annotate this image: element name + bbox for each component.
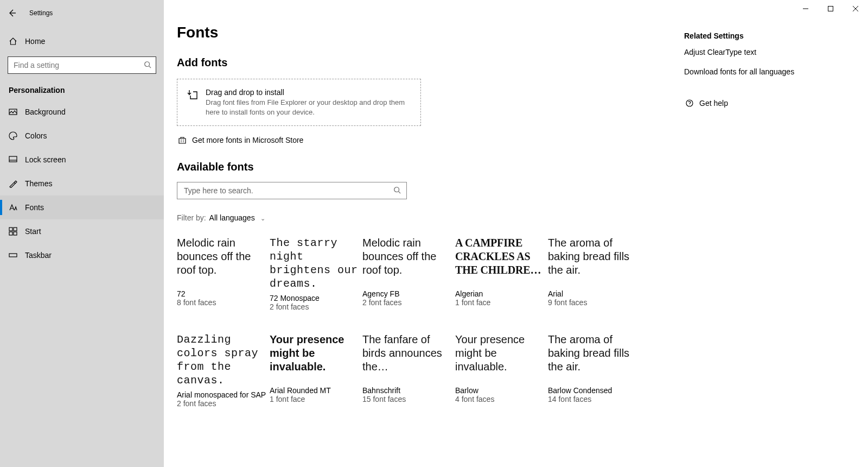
main-content: Fonts Add fonts Drag and drop to install… (164, 0, 868, 467)
svg-point-17 (686, 100, 693, 106)
nav-label: Lock screen (25, 155, 66, 164)
font-name: Agency FB (362, 289, 452, 298)
font-preview: The aroma of baking bread fills the air. (548, 236, 637, 286)
svg-point-5 (145, 61, 150, 66)
page-title: Fonts (177, 24, 662, 41)
dropzone-desc: Drag font files from File Explorer or yo… (206, 98, 411, 117)
picture-icon (8, 108, 18, 116)
font-card[interactable]: Dazzling colors spray from the canvas.Ar… (177, 333, 266, 408)
svg-line-16 (399, 191, 401, 193)
font-card[interactable]: Melodic rain bounces off the roof top.Ag… (362, 236, 452, 311)
svg-rect-14 (9, 254, 17, 257)
nav-taskbar[interactable]: Taskbar (0, 243, 164, 267)
font-card[interactable]: Your presence might be invaluable.Barlow… (455, 333, 545, 408)
svg-rect-8 (9, 156, 17, 162)
font-icon (8, 203, 18, 212)
font-faces: 14 font faces (548, 395, 637, 403)
store-link-label: Get more fonts in Microsoft Store (192, 136, 303, 144)
chevron-down-icon: ⌄ (260, 215, 265, 222)
dropzone-title: Drag and drop to install (206, 88, 411, 97)
font-name: Arial Rounded MT (270, 386, 359, 395)
font-preview: The aroma of baking bread fills the air. (548, 333, 637, 383)
settings-search[interactable] (8, 56, 156, 74)
nav-start[interactable]: Start (0, 219, 164, 243)
window-title: Settings (29, 9, 53, 17)
home-label: Home (25, 37, 45, 46)
font-faces: 2 font faces (177, 399, 266, 408)
font-preview: Melodic rain bounces off the roof top. (362, 236, 452, 286)
font-preview: Melodic rain bounces off the roof top. (177, 236, 266, 286)
font-search-input[interactable] (183, 186, 393, 195)
filter-label: Filter by: (177, 213, 206, 222)
help-label: Get help (699, 99, 728, 108)
font-grid: Melodic rain bounces off the roof top.72… (177, 236, 662, 408)
font-card[interactable]: Your presence might be invaluable.Arial … (270, 333, 359, 408)
nav-label: Colors (25, 131, 47, 140)
nav-background[interactable]: Background (0, 100, 164, 124)
palette-icon (8, 131, 18, 140)
font-card[interactable]: The aroma of baking bread fills the air.… (548, 236, 637, 311)
svg-rect-13 (14, 232, 17, 235)
font-card[interactable]: Melodic rain bounces off the roof top.72… (177, 236, 266, 311)
font-faces: 9 font faces (548, 298, 637, 307)
filter-dropdown[interactable]: Filter by: All languages ⌄ (177, 213, 662, 222)
font-name: Arial monospaced for SAP (177, 390, 266, 399)
nav-label: Background (25, 108, 66, 116)
font-name: Arial (548, 289, 637, 298)
cleartype-link[interactable]: Adjust ClearType text (684, 48, 794, 56)
close-button[interactable] (843, 0, 868, 17)
store-link[interactable]: Get more fonts in Microsoft Store (177, 136, 662, 144)
add-fonts-heading: Add fonts (177, 56, 662, 69)
back-button[interactable] (0, 2, 24, 24)
font-preview: The starry night brightens our dreams. (270, 236, 359, 291)
nav-colors[interactable]: Colors (0, 124, 164, 148)
get-help-link[interactable]: Get help (684, 99, 794, 108)
filter-value: All languages (209, 213, 255, 222)
font-name: 72 (177, 289, 266, 298)
font-faces: 1 font face (455, 298, 545, 307)
nav-label: Fonts (25, 203, 44, 212)
nav-lockscreen[interactable]: Lock screen (0, 148, 164, 172)
minimize-button[interactable] (793, 0, 818, 17)
svg-point-15 (394, 187, 399, 192)
font-name: Barlow Condensed (548, 386, 637, 395)
font-card[interactable]: A campfire crackles as the childre…Alger… (455, 236, 545, 311)
font-name: Bahnschrift (362, 386, 452, 395)
home-icon (8, 37, 18, 46)
section-heading: Personalization (0, 79, 164, 100)
related-panel: Related Settings Adjust ClearType text D… (673, 24, 794, 467)
home-nav[interactable]: Home (0, 29, 164, 53)
themes-icon (8, 179, 18, 188)
font-faces: 2 font faces (362, 298, 452, 307)
font-faces: 4 font faces (455, 395, 545, 403)
font-dropzone[interactable]: Drag and drop to install Drag font files… (177, 79, 421, 126)
start-icon (8, 227, 18, 236)
font-preview: Dazzling colors spray from the canvas. (177, 333, 266, 387)
available-fonts-heading: Available fonts (177, 161, 662, 173)
sidebar: Settings Home Personalization Background… (0, 0, 164, 467)
font-name: Barlow (455, 386, 545, 395)
store-icon (177, 136, 188, 144)
download-fonts-link[interactable]: Download fonts for all languages (684, 67, 794, 76)
font-preview: A campfire crackles as the childre… (455, 236, 545, 286)
font-name: Algerian (455, 289, 545, 298)
svg-line-6 (149, 66, 151, 68)
font-preview: Your presence might be invaluable. (270, 333, 359, 383)
maximize-button[interactable] (818, 0, 843, 17)
settings-search-input[interactable] (12, 60, 144, 70)
font-card[interactable]: The fanfare of birds announces the…Bahns… (362, 333, 452, 408)
font-card[interactable]: The starry night brightens our dreams.72… (270, 236, 359, 311)
font-card[interactable]: The aroma of baking bread fills the air.… (548, 333, 637, 408)
font-faces: 8 font faces (177, 298, 266, 307)
font-faces: 1 font face (270, 395, 359, 403)
nav-themes[interactable]: Themes (0, 172, 164, 195)
window-controls (793, 0, 868, 17)
search-icon (393, 186, 401, 195)
font-faces: 2 font faces (270, 302, 359, 311)
nav-fonts[interactable]: Fonts (0, 195, 164, 219)
font-search[interactable] (177, 182, 407, 199)
font-preview: Your presence might be invaluable. (455, 333, 545, 383)
svg-rect-11 (14, 228, 17, 231)
help-icon (684, 99, 695, 108)
font-name: 72 Monospace (270, 294, 359, 302)
